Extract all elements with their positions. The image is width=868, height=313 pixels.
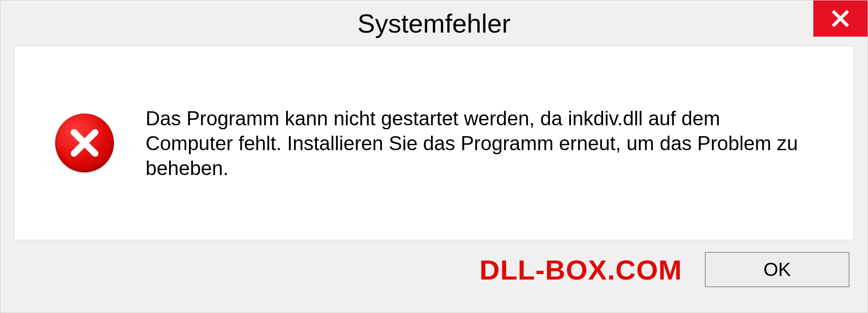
close-button[interactable]	[813, 0, 868, 37]
content-area: Das Programm kann nicht gestartet werden…	[0, 46, 868, 313]
dialog-footer: DLL-BOX.COM OK	[14, 240, 854, 299]
ok-button[interactable]: OK	[705, 252, 849, 287]
watermark-text: DLL-BOX.COM	[480, 254, 682, 286]
close-icon	[831, 9, 850, 28]
error-icon	[55, 114, 114, 172]
message-panel: Das Programm kann nicht gestartet werden…	[14, 46, 854, 240]
error-message: Das Programm kann nicht gestartet werden…	[146, 106, 801, 180]
system-error-dialog: Systemfehler Das Programm kann nicht ges…	[0, 0, 868, 313]
cross-icon	[69, 127, 100, 159]
dialog-title: Systemfehler	[358, 8, 510, 38]
titlebar: Systemfehler	[0, 0, 868, 46]
